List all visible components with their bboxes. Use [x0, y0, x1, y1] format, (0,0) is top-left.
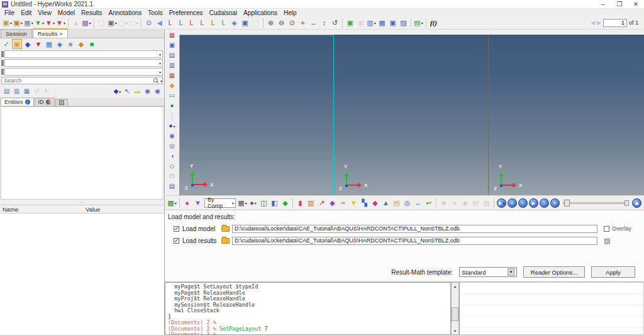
clear-contour-button[interactable]: ■	[438, 198, 449, 208]
menu-tools[interactable]: Tools	[145, 9, 165, 16]
previous-view-button[interactable]: ◀	[154, 18, 165, 28]
subcase-select[interactable]: ▾	[4, 50, 163, 58]
rotate-window-button[interactable]: ◑	[167, 151, 177, 161]
import-results-button[interactable]: ▼	[33, 39, 43, 49]
fit-window-button[interactable]: ▣	[240, 18, 250, 28]
fit-zoom-button[interactable]: ⊙	[287, 18, 297, 28]
undo-button[interactable]: ↺	[32, 87, 42, 96]
combo-handle[interactable]	[1, 51, 4, 57]
previous-page-button[interactable]: ◀	[591, 20, 595, 26]
copy-window-button[interactable]: ▤	[167, 50, 177, 60]
menu-help[interactable]: Help	[280, 9, 300, 16]
iso-value-button[interactable]: ▥	[306, 198, 316, 208]
pan-button[interactable]: +	[297, 18, 308, 28]
viewport-window-3[interactable]: Y X Z	[489, 35, 644, 195]
color-wheel-button[interactable]: ●	[182, 198, 192, 208]
zoom-in-button[interactable]: ⊕	[265, 18, 276, 28]
command-console[interactable]: myPage$t SetLayout $typeId myPage$t Rele…	[165, 282, 451, 335]
scrollbar-thumb[interactable]	[452, 307, 458, 321]
menu-annotations[interactable]: Annotations	[105, 9, 145, 16]
animation-mode-button[interactable]: ▶▾	[497, 198, 506, 208]
plot-style-button[interactable]: ◆	[23, 39, 33, 49]
spotlight-button[interactable]: ⊙	[143, 18, 154, 28]
next-page-button[interactable]: ▶	[597, 20, 601, 26]
mesh-lines-button[interactable]: ▦▾	[237, 198, 248, 208]
linked-cube-button[interactable]: ◈	[55, 39, 65, 49]
edit-session-button[interactable]: ✓	[1, 39, 11, 49]
translate-h-button[interactable]: ↔	[308, 18, 319, 28]
swap-windows-button[interactable]: ▣	[167, 40, 177, 50]
strip-grip[interactable]: ⋮	[167, 111, 177, 121]
chevron-down-icon[interactable]: ▾	[160, 79, 162, 83]
explode-button[interactable]: ◆	[280, 198, 291, 208]
apply-button[interactable]: Apply	[591, 266, 635, 278]
results-path-input[interactable]	[232, 237, 597, 245]
menu-model[interactable]: Model	[55, 9, 78, 16]
copy-button[interactable]: ▢	[96, 18, 107, 28]
import-model-button[interactable]: ▼▾	[34, 18, 45, 28]
clear-sections-button[interactable]: ▤	[470, 198, 481, 208]
page-layout-button[interactable]: ▥▾	[366, 18, 377, 28]
window-sync-button[interactable]: ▨	[398, 18, 409, 28]
paste-button[interactable]: ▢▾	[118, 18, 128, 28]
entity-sets-button[interactable]: □	[167, 171, 177, 181]
combo-handle[interactable]	[1, 69, 4, 75]
color-by-select[interactable]: By Comp ▾	[204, 198, 236, 208]
load-model-checkbox[interactable]	[174, 226, 179, 232]
zoom-out-button[interactable]: ⊖	[276, 18, 287, 28]
measure-button[interactable]: ◎	[402, 198, 413, 208]
copy-page-button[interactable]: ▣▾	[107, 18, 118, 28]
tab-id[interactable]: ID	[35, 98, 55, 106]
add-page-button[interactable]: ▣	[345, 18, 355, 28]
vector-button[interactable]: ↗	[316, 198, 327, 208]
open-session-button[interactable]: ▣▾	[13, 18, 23, 28]
folder-icon[interactable]	[221, 226, 230, 232]
clear-measures-button[interactable]: ◆	[460, 198, 470, 208]
console-scrollbar[interactable]: ▲ ▼	[451, 282, 459, 335]
shaded-mode-button[interactable]: ●▾	[248, 198, 258, 208]
load-results-checkbox[interactable]	[174, 238, 179, 244]
display-controls-button[interactable]: ▩▾	[167, 198, 177, 208]
view-yz-button[interactable]: L	[208, 18, 218, 28]
reader-options-button[interactable]: Reader Options...	[523, 266, 585, 278]
wireframe-button[interactable]: ◫	[258, 198, 269, 208]
view-zy-button[interactable]: L	[218, 18, 229, 28]
overlay-checkbox[interactable]	[604, 226, 609, 232]
folder-icon[interactable]	[221, 238, 230, 244]
delete-results-button[interactable]: ▨	[481, 198, 492, 208]
eye-preview-button[interactable]: ◉	[167, 131, 177, 141]
highlight-button[interactable]: ▬	[133, 87, 142, 96]
fbd-button[interactable]: ↔	[413, 198, 423, 208]
first-frame-button[interactable]: «	[508, 198, 517, 208]
maximize-button[interactable]: ❐	[611, 0, 628, 9]
selector-button[interactable]: ↖	[123, 87, 132, 96]
window-expand-button[interactable]: ▣	[387, 18, 398, 28]
view-filter-button[interactable]: ◆▾	[113, 87, 122, 96]
model-path-input[interactable]	[232, 225, 597, 233]
zoom-window-button[interactable]: ◎	[167, 141, 177, 151]
deformed-button[interactable]: ≈	[338, 198, 348, 208]
expand-selected-button[interactable]: ▦	[22, 87, 31, 96]
entity-tree[interactable]	[1, 106, 164, 200]
value-column-header[interactable]: Value	[86, 206, 101, 213]
capture-screen-button[interactable]: ▩▾	[81, 18, 92, 28]
show-hide-button[interactable]: ◉	[143, 87, 152, 96]
scroll-up-icon[interactable]: ▲	[452, 283, 458, 290]
translate-v-button[interactable]: ↕	[319, 18, 330, 28]
screen-display-button[interactable]: ▭	[167, 91, 177, 101]
model-tools-button[interactable]: ◆	[167, 81, 177, 91]
view-sphere-button[interactable]: ●▾	[167, 121, 177, 131]
name-column-header[interactable]: Name	[0, 206, 86, 213]
slider-thumb[interactable]	[564, 200, 570, 207]
contour-button[interactable]: ▮	[295, 198, 306, 208]
page-number-input[interactable]	[603, 19, 627, 27]
parameters-browser-button[interactable]: ▤▾	[413, 18, 424, 28]
animation-settings-button[interactable]: ◉	[632, 198, 641, 208]
properties-table[interactable]	[0, 213, 164, 335]
combo-handle[interactable]	[1, 60, 4, 66]
open-results-button[interactable]: ▣	[12, 39, 22, 49]
rotate-view-button[interactable]: ↺	[330, 18, 340, 28]
contour-cube-button[interactable]: ▦	[44, 39, 54, 49]
component-color-button[interactable]: ▼	[192, 198, 203, 208]
minimize-button[interactable]: –	[595, 0, 611, 9]
